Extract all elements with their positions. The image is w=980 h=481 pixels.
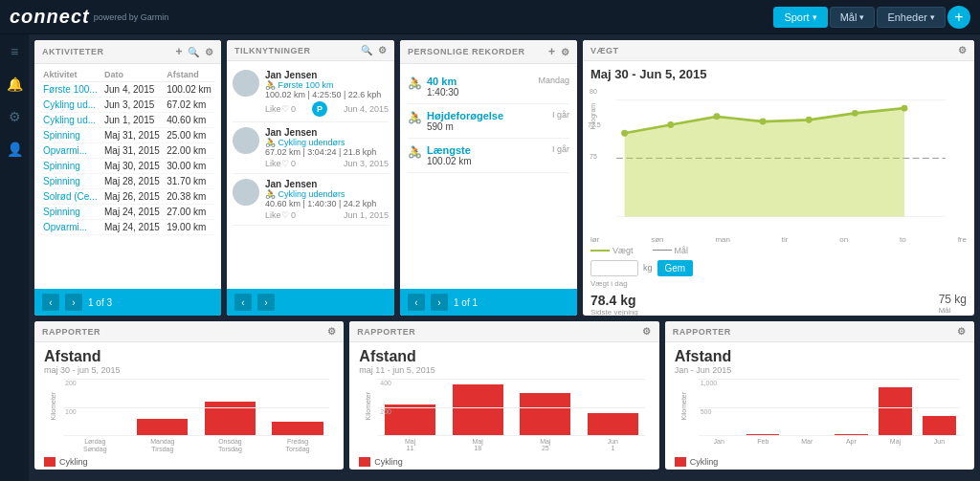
aktiviteter-next-btn[interactable]: › <box>65 294 82 311</box>
vaegt-x-labels: lør søn man tir on to fre <box>583 235 974 244</box>
vaegt-dot <box>852 110 858 117</box>
table-row[interactable]: Første 100... Jun 4, 2015 100.02 km <box>40 82 215 98</box>
rekorder-next-btn[interactable]: › <box>431 294 448 311</box>
rapport2-title: RAPPORTER <box>357 327 415 337</box>
tilknytninger-header-icons: 🔍 ⚙ <box>361 45 387 55</box>
table-row[interactable]: Cykling ud... Jun 1, 2015 40.60 km <box>40 113 215 128</box>
vaegt-header: VÆGT ⚙ <box>583 40 974 61</box>
aktiviteter-search-icon[interactable]: 🔍 <box>188 47 200 57</box>
rekord-40km-info: 40 km 1:40:30 <box>427 76 458 98</box>
vaegt-save-btn[interactable]: Gem <box>657 260 694 276</box>
vaegt-legend-vaegt-label: Vægt <box>612 246 634 255</box>
tilknytninger-search-icon[interactable]: 🔍 <box>361 45 373 55</box>
vaegt-input[interactable] <box>590 260 638 276</box>
sidebar-profile-icon[interactable]: 👤 <box>3 138 26 161</box>
aktiviteter-footer: ‹ › 1 of 3 <box>34 289 221 316</box>
rapport1-bar-4-fill <box>272 422 323 436</box>
rekord-hojde: 🚴 Højdeforøgelse 590 m I går <box>408 104 569 139</box>
rekorder-gear-icon[interactable]: ⚙ <box>561 47 570 57</box>
act-name: Opvarmi... <box>40 220 101 235</box>
rekorder-page: 1 of 1 <box>454 297 478 308</box>
rekorder-title: PERSONLIGE REKORDER <box>408 47 525 56</box>
rapport3-y-mid: 500 <box>699 407 960 415</box>
rapport1-y-mid: 100 <box>63 407 329 415</box>
rapport1-header: RAPPORTER ⚙ <box>34 321 344 342</box>
rekord-40km-title: 40 km <box>427 76 458 87</box>
act-date: Maj 28, 2015 <box>101 174 164 189</box>
table-row[interactable]: Cykling ud... Jun 3, 2015 67.02 km <box>40 98 215 113</box>
aktiviteter-add-icon[interactable]: + <box>175 45 183 58</box>
rapport2-gear-icon[interactable]: ⚙ <box>642 326 652 337</box>
table-row[interactable]: Spinning Maj 28, 2015 31.70 km <box>40 174 215 189</box>
like-button[interactable]: Like♡ 0 <box>265 159 296 168</box>
vaegt-gear-icon[interactable]: ⚙ <box>958 45 968 55</box>
table-row[interactable]: Opvarmi... Maj 31, 2015 22.00 km <box>40 143 215 159</box>
rekorder-prev-btn[interactable]: ‹ <box>408 294 425 311</box>
sport-chevron-icon: ▾ <box>813 12 817 22</box>
add-button[interactable]: + <box>947 6 970 29</box>
friend-avatar <box>233 127 259 154</box>
vaegt-current-section: 78.4 kg Sidste vejning <box>590 293 638 316</box>
y-label-80: 80 <box>590 88 597 95</box>
like-row: Like♡ 0 Jun 1, 2015 <box>265 210 389 220</box>
like-button[interactable]: Like♡ 0 <box>265 210 296 220</box>
like-button[interactable]: Like♡ 0 <box>265 104 296 114</box>
rapport3-legend-box <box>675 457 686 467</box>
y-label-75: 75 <box>590 153 597 160</box>
rekord-hojde-value: 590 m <box>427 121 503 132</box>
tilknytninger-prev-btn[interactable]: ‹ <box>234 294 252 311</box>
rapport1-title: RAPPORTER <box>42 327 100 337</box>
act-name: Første 100... <box>40 82 101 98</box>
aktiviteter-body: Aktivitet Dato Afstand Første 100... Jun… <box>34 64 221 289</box>
rekorder-footer: ‹ › 1 of 1 <box>400 289 577 316</box>
table-row[interactable]: Opvarmi... Maj 24, 2015 19.00 km <box>40 220 215 235</box>
rapport3-gear-icon[interactable]: ⚙ <box>957 326 967 337</box>
rapport3-header: RAPPORTER ⚙ <box>665 321 974 342</box>
enheder-button[interactable]: Enheder ▾ <box>877 7 946 28</box>
rapport3-bar-jun <box>923 416 955 436</box>
rapport3-legend-label: Cykling <box>690 457 719 467</box>
table-row[interactable]: Spinning Maj 31, 2015 25.00 km <box>40 128 215 143</box>
vaegt-chart-svg <box>616 83 946 233</box>
rapport1-chart-wrapper: Kilometer 200 100 <box>34 379 344 454</box>
rapport1-y-top: 200 <box>63 379 329 386</box>
like-row: Like♡ 0 Jun 3, 2015 <box>265 159 389 168</box>
maal-button[interactable]: Mål ▾ <box>830 7 876 28</box>
aktiviteter-gear-icon[interactable]: ⚙ <box>205 47 214 57</box>
vaegt-title: Maj 30 - Jun 5, 2015 <box>583 63 974 83</box>
vaegt-card: VÆGT ⚙ Maj 30 - Jun 5, 2015 <box>583 40 974 316</box>
rekorder-card: PERSONLIGE REKORDER + ⚙ 🚴 40 km 1:40:30 … <box>400 40 577 316</box>
table-row[interactable]: Spinning Maj 24, 2015 27.00 km <box>40 205 215 220</box>
rapport1-legend-box <box>44 457 56 467</box>
rekorder-header-icons: + ⚙ <box>548 45 569 58</box>
vaegt-maal-label: Mål <box>939 306 967 315</box>
rekord-40km-time: 1:40:30 <box>427 87 458 98</box>
tilknytninger-gear-icon[interactable]: ⚙ <box>378 45 388 55</box>
rapport2-y-bottom <box>378 435 644 436</box>
rapport3-x-labels: Jan Feb Mar Apr Maj Jun <box>699 438 960 445</box>
act-date: Maj 30, 2015 <box>101 159 164 174</box>
aktiviteter-title: AKTIVITETER <box>42 47 104 56</box>
enheder-chevron-icon: ▾ <box>930 12 935 22</box>
tilknytninger-card: TILKNYTNINGER 🔍 ⚙ Jan Jensen 🚴 Første 10… <box>227 40 394 316</box>
vaegt-dot <box>667 121 674 128</box>
table-row[interactable]: Spinning Maj 30, 2015 30.00 km <box>40 159 215 174</box>
sidebar-settings-icon[interactable]: ⚙ <box>3 105 26 128</box>
friend-name: Jan Jensen <box>265 127 389 138</box>
topnav-actions: Sport ▾ Mål ▾ Enheder ▾ + <box>773 6 970 29</box>
rapport1-bars: 200 100 <box>63 379 329 436</box>
table-row[interactable]: Solrød (Ce... Maj 26, 2015 20.38 km <box>40 189 215 205</box>
sport-button[interactable]: Sport ▾ <box>773 7 827 28</box>
vaegt-legend-vaegt: Vægt <box>590 246 634 255</box>
sidebar-notification-icon[interactable]: 🔔 <box>3 73 26 96</box>
topnav: connect powered by Garmin Sport ▾ Mål ▾ … <box>0 0 980 34</box>
vaegt-y-axis-label: Kilogram <box>590 103 596 130</box>
rapport1-gear-icon[interactable]: ⚙ <box>327 326 337 337</box>
sidebar-menu-icon[interactable]: ≡ <box>3 40 26 63</box>
aktiviteter-prev-btn[interactable]: ‹ <box>42 294 59 311</box>
rekord-laengste-when: I går <box>552 144 569 154</box>
rekorder-add-icon[interactable]: + <box>548 45 556 58</box>
act-date: Jun 4, 2015 <box>101 82 164 98</box>
tilknytninger-next-btn[interactable]: › <box>257 294 275 311</box>
logo-text: connect <box>10 6 90 28</box>
